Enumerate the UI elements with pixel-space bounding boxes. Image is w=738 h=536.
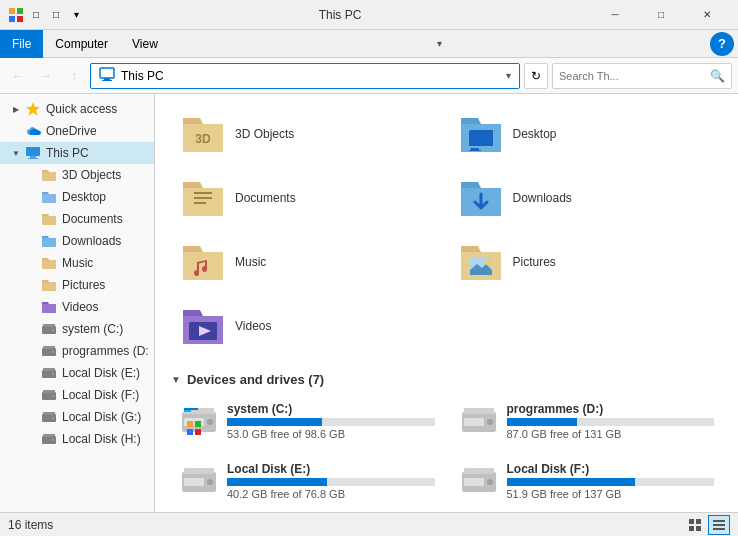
svg-point-60 [487, 479, 493, 485]
svg-rect-27 [43, 434, 55, 437]
drive-d-label: programmes (D: [62, 344, 149, 358]
svg-rect-12 [43, 324, 55, 327]
sidebar-item-drive-c[interactable]: system (C:) [0, 318, 154, 340]
address-path[interactable]: This PC ▾ [90, 63, 520, 89]
sidebar-item-drive-e[interactable]: Local Disk (E:) [0, 362, 154, 384]
pictures-folder-icon [40, 278, 58, 292]
sidebar-item-pictures[interactable]: Pictures [0, 274, 154, 296]
window-controls: ─ □ ✕ [592, 0, 730, 30]
svg-rect-1 [17, 8, 23, 14]
drive-f-item[interactable]: Local Disk (F:) 51.9 GB free of 137 GB [451, 455, 723, 507]
folder-music-icon [179, 238, 227, 286]
sidebar-item-music[interactable]: Music [0, 252, 154, 274]
devices-section-header[interactable]: ▼ Devices and drives (7) [171, 372, 722, 387]
sidebar-item-desktop[interactable]: Desktop [0, 186, 154, 208]
svg-rect-53 [464, 418, 484, 426]
search-input[interactable] [559, 70, 706, 82]
drive-c-item[interactable]: system (C:) 53.0 GB free of 98.6 GB [171, 395, 443, 447]
folder-music[interactable]: Music [171, 232, 445, 292]
drive-d-item[interactable]: programmes (D:) 87.0 GB free of 131 GB [451, 395, 723, 447]
sidebar-item-downloads[interactable]: Downloads [0, 230, 154, 252]
item-count: 16 items [8, 518, 53, 532]
devices-section-chevron: ▼ [171, 374, 181, 385]
title-bar-icons: □ □ ▾ [8, 7, 84, 23]
drive-c-large-icon [179, 401, 219, 441]
back-button[interactable]: ← [6, 64, 30, 88]
sidebar-item-drive-f[interactable]: Local Disk (F:) [0, 384, 154, 406]
grid-view-button[interactable] [684, 515, 706, 535]
refresh-button[interactable]: ↻ [524, 63, 548, 89]
drive-d-bar-bg [507, 418, 715, 426]
close-button[interactable]: ✕ [684, 0, 730, 30]
menu-computer[interactable]: Computer [43, 30, 120, 58]
search-box[interactable]: 🔍 [552, 63, 732, 89]
up-button[interactable]: ↑ [62, 64, 86, 88]
svg-point-52 [487, 419, 493, 425]
list-view-button[interactable] [708, 515, 730, 535]
svg-text:3D: 3D [195, 132, 211, 146]
svg-rect-15 [43, 346, 55, 349]
status-bar: 16 items [0, 512, 738, 536]
svg-point-19 [52, 373, 54, 375]
minimize-button[interactable]: ─ [592, 0, 638, 30]
quick-access-label: Quick access [46, 102, 117, 116]
svg-rect-70 [689, 519, 694, 524]
music-label: Music [62, 256, 93, 270]
folder-documents[interactable]: Documents [171, 168, 445, 228]
sidebar-item-videos[interactable]: Videos [0, 296, 154, 318]
quick-access-icon [24, 101, 42, 117]
svg-point-56 [207, 479, 213, 485]
svg-rect-32 [469, 150, 481, 151]
sidebar-item-drive-d[interactable]: programmes (D: [0, 340, 154, 362]
svg-point-25 [52, 417, 54, 419]
sidebar-item-3dobjects[interactable]: 3D Objects [0, 164, 154, 186]
3dobjects-label: 3D Objects [62, 168, 121, 182]
music-folder-icon [40, 256, 58, 270]
menu-expand-arrow[interactable]: ▾ [429, 38, 450, 49]
drive-f-label: Local Disk (F:) [62, 388, 139, 402]
sidebar-item-drive-h[interactable]: Local Disk (H:) [0, 428, 154, 450]
svg-rect-33 [194, 192, 212, 194]
sidebar-item-this-pc[interactable]: ▼ This PC [0, 142, 154, 164]
drive-f-free: 51.9 GB free of 137 GB [507, 488, 715, 500]
svg-point-28 [52, 439, 54, 441]
svg-rect-47 [195, 421, 201, 427]
drive-d-icon [40, 344, 58, 358]
onedrive-icon [24, 125, 42, 137]
drive-e-item[interactable]: Local Disk (E:) 40.2 GB free of 76.8 GB [171, 455, 443, 507]
sidebar-item-documents[interactable]: Documents [0, 208, 154, 230]
help-button[interactable]: ? [710, 32, 734, 56]
svg-rect-24 [43, 412, 55, 415]
sidebar-item-quick-access[interactable]: ▶ Quick access [0, 98, 154, 120]
drive-h-icon [40, 432, 58, 446]
folder-downloads-icon [457, 174, 505, 222]
view-controls [684, 515, 730, 535]
menu-file[interactable]: File [0, 30, 43, 58]
folder-desktop[interactable]: Desktop [449, 104, 723, 164]
folder-downloads[interactable]: Downloads [449, 168, 723, 228]
sidebar-item-drive-g[interactable]: Local Disk (G:) [0, 406, 154, 428]
this-pc-label: This PC [46, 146, 89, 160]
folder-3dobjects[interactable]: 3D 3D Objects [171, 104, 445, 164]
sidebar-item-onedrive[interactable]: OneDrive [0, 120, 154, 142]
folder-videos[interactable]: Videos [171, 296, 445, 356]
drive-h-label: Local Disk (H:) [62, 432, 141, 446]
svg-rect-74 [713, 520, 725, 522]
drives-grid: system (C:) 53.0 GB free of 98.6 GB [171, 395, 722, 512]
svg-rect-30 [469, 130, 493, 146]
svg-rect-35 [194, 202, 206, 204]
svg-rect-46 [187, 421, 193, 427]
drive-f-name: Local Disk (F:) [507, 462, 715, 476]
svg-rect-71 [696, 519, 701, 524]
svg-rect-3 [17, 16, 23, 22]
address-dropdown-icon[interactable]: ▾ [506, 70, 511, 81]
folder-desktop-icon [457, 110, 505, 158]
sidebar: ▶ Quick access OneDrive ▼ [0, 94, 155, 512]
maximize-button[interactable]: □ [638, 0, 684, 30]
address-path-text: This PC [121, 69, 164, 83]
forward-button[interactable]: → [34, 64, 58, 88]
menu-view[interactable]: View [120, 30, 170, 58]
title-blank-icon2: □ [48, 7, 64, 23]
folder-pictures[interactable]: Pictures [449, 232, 723, 292]
this-pc-expand: ▼ [8, 149, 24, 158]
